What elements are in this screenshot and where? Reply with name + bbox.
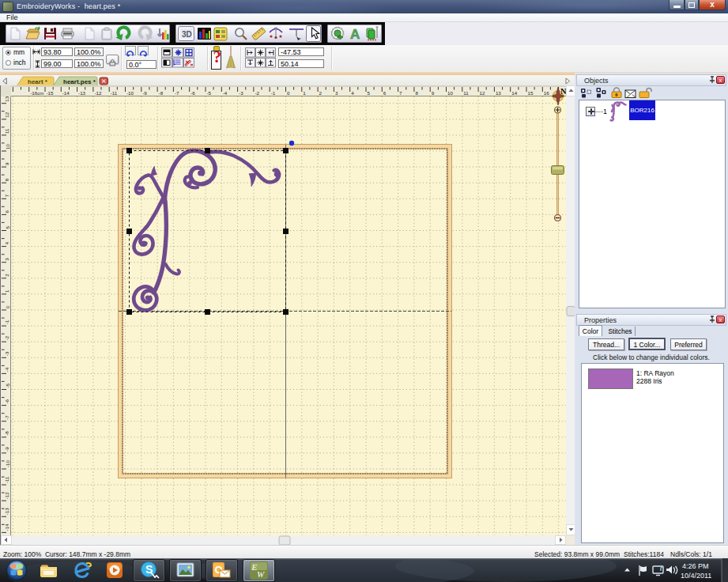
svg-text:2: 2	[319, 90, 323, 96]
svg-text:-14: -14	[62, 90, 70, 96]
svg-text:-4: -4	[223, 90, 228, 96]
svg-text:-1: -1	[5, 319, 10, 324]
svg-text:12: 12	[5, 111, 10, 117]
svg-text:-16cm: -16cm	[30, 90, 43, 96]
svg-text:11: 11	[463, 90, 469, 96]
svg-text:-13: -13	[5, 508, 10, 516]
svg-text:-1: -1	[271, 90, 276, 96]
svg-text:heart.pes *: heart.pes *	[63, 78, 96, 85]
svg-text:3: 3	[335, 90, 338, 96]
svg-text:-10: -10	[126, 90, 134, 96]
svg-text:-3: -3	[239, 90, 243, 96]
svg-text:11: 11	[5, 128, 10, 134]
svg-text:A: A	[350, 27, 360, 42]
svg-text:1: 1	[5, 289, 10, 293]
svg-text:2: 2	[5, 274, 10, 277]
svg-text:-6: -6	[190, 90, 195, 96]
svg-text:5: 5	[5, 226, 10, 229]
svg-text:10/4/2011: 10/4/2011	[681, 572, 711, 580]
svg-text:9: 9	[432, 90, 435, 96]
svg-text:-10: -10	[5, 459, 10, 467]
svg-text:-12: -12	[5, 492, 10, 500]
svg-text:12: 12	[480, 90, 485, 96]
svg-text:-9: -9	[5, 447, 10, 452]
svg-text:0: 0	[287, 90, 290, 96]
svg-text:10: 10	[447, 90, 453, 96]
svg-text:-5: -5	[5, 383, 10, 387]
svg-text:3D: 3D	[182, 30, 192, 39]
svg-text:-2: -2	[5, 335, 10, 340]
svg-text:-3: -3	[5, 351, 10, 356]
svg-text:14: 14	[511, 90, 517, 96]
svg-text:10: 10	[5, 144, 10, 149]
svg-text:6: 6	[383, 90, 387, 96]
svg-text:16: 16	[544, 90, 549, 96]
svg-text:15: 15	[528, 90, 534, 96]
svg-text:-14: -14	[5, 523, 10, 531]
svg-text:0: 0	[5, 305, 10, 308]
svg-text:-13: -13	[78, 90, 86, 96]
svg-text:4:26 PM: 4:26 PM	[682, 562, 709, 570]
svg-text:-7: -7	[175, 90, 179, 96]
svg-text:3: 3	[5, 258, 10, 261]
svg-text:-11: -11	[5, 476, 10, 483]
svg-text:6: 6	[5, 210, 10, 213]
svg-text:-9: -9	[142, 90, 147, 96]
svg-text:9: 9	[5, 162, 10, 165]
svg-text:-11: -11	[111, 90, 118, 96]
svg-text:1: 1	[303, 90, 306, 96]
svg-text:-8: -8	[159, 90, 164, 96]
svg-text:heart *: heart *	[28, 78, 48, 85]
svg-text:-7: -7	[5, 415, 10, 420]
svg-text:8: 8	[415, 90, 418, 96]
svg-text:13: 13	[5, 96, 10, 101]
svg-text:8: 8	[5, 178, 10, 181]
svg-text:-12: -12	[94, 90, 102, 96]
svg-text:-5: -5	[207, 90, 212, 96]
svg-text:N: N	[560, 87, 567, 96]
svg-text:7: 7	[399, 90, 402, 96]
svg-text:-4: -4	[5, 367, 10, 372]
svg-text:-8: -8	[5, 431, 10, 436]
svg-text:-15: -15	[47, 90, 55, 96]
svg-text:7: 7	[5, 194, 10, 197]
svg-text:4: 4	[5, 242, 10, 245]
svg-text:4: 4	[351, 90, 354, 96]
svg-text:-6: -6	[5, 399, 10, 404]
svg-text:13: 13	[496, 90, 501, 96]
svg-text:-2: -2	[255, 90, 259, 96]
svg-text:5: 5	[368, 90, 371, 96]
svg-text:W: W	[257, 569, 265, 579]
